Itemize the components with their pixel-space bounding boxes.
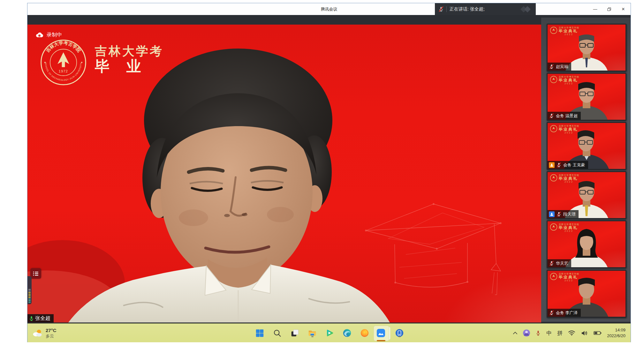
speaker-name: 张全超 bbox=[35, 315, 50, 322]
mini-seal-icon bbox=[550, 125, 557, 133]
running-indicator bbox=[398, 336, 401, 337]
weather-widget[interactable]: 27°C 多云 bbox=[32, 324, 57, 342]
file-explorer-button[interactable] bbox=[307, 328, 318, 338]
restore-button[interactable] bbox=[604, 4, 614, 14]
recording-label: 录制中 bbox=[47, 32, 62, 38]
participant-name: 段天璟 bbox=[563, 211, 576, 217]
watermark-year: 2022 bbox=[559, 279, 579, 282]
volume-icon[interactable] bbox=[581, 330, 588, 336]
muted-mic-icon bbox=[438, 6, 444, 12]
edge-browser-button[interactable] bbox=[342, 328, 352, 338]
tencent-video-button[interactable] bbox=[324, 328, 335, 338]
restore-icon bbox=[607, 7, 611, 11]
thumb-event-watermark: 吉林大学考古学院 毕业典礼 2022 bbox=[550, 273, 579, 282]
firefox-icon bbox=[360, 329, 369, 337]
ime-mode-indicator[interactable]: 拼 bbox=[557, 329, 563, 337]
window-title: 腾讯会议 bbox=[27, 3, 631, 15]
participant-thumb[interactable]: 吉林大学考古学院 毕业典礼 2022 会务 王克豪 bbox=[547, 122, 626, 170]
seal-year: 1972 bbox=[59, 69, 68, 73]
banner-line2: 毕 业 bbox=[95, 57, 148, 76]
watermark-line2: 毕业典礼 bbox=[559, 226, 579, 230]
watermark-line2: 毕业典礼 bbox=[559, 29, 579, 33]
task-view-button[interactable] bbox=[289, 328, 300, 338]
watermark-year: 2022 bbox=[559, 82, 579, 85]
muted-mic-icon bbox=[549, 64, 554, 69]
list-icon bbox=[33, 271, 39, 276]
minimize-button[interactable]: — bbox=[590, 4, 600, 14]
watermark-line2: 毕业典礼 bbox=[559, 177, 579, 181]
participant-name-tag: 会务 温景超 bbox=[548, 112, 581, 120]
participant-name: 赵宾福 bbox=[556, 64, 568, 70]
search-button[interactable] bbox=[272, 328, 283, 338]
watermark-line2: 毕业典礼 bbox=[559, 127, 579, 132]
tencent-video-icon bbox=[325, 329, 334, 337]
mobile-device-button[interactable] bbox=[394, 328, 405, 338]
watermark-year: 2022 bbox=[559, 33, 579, 36]
tray-expand-chevron[interactable] bbox=[513, 330, 518, 336]
ime-language-indicator[interactable]: 中 bbox=[546, 329, 552, 337]
participant-thumb[interactable]: 吉林大学考古学院 毕业典礼 2022 会务 温景超 bbox=[547, 73, 626, 121]
presenter-badge-icon bbox=[549, 162, 555, 168]
participant-name: 会务 李广泽 bbox=[556, 310, 578, 316]
thumb-event-watermark: 吉林大学考古学院 毕业典礼 2022 bbox=[550, 76, 579, 85]
mini-seal-icon bbox=[550, 76, 557, 83]
participants-sidebar: 吉林大学考古学院 毕业典礼 2022 赵宾福 bbox=[541, 18, 631, 322]
wifi-icon[interactable] bbox=[568, 330, 575, 336]
running-indicator bbox=[311, 336, 314, 337]
clock-date: 2022/6/20 bbox=[607, 333, 625, 339]
watermark-year: 2022 bbox=[559, 132, 579, 134]
meeting-content: 录制中 吉林大学考古学院 SCHOOL OF ARCHAEOLOGY JILIN… bbox=[27, 15, 631, 323]
battery-icon[interactable] bbox=[594, 331, 602, 335]
participant-name-tag: 会务 李广泽 bbox=[548, 309, 581, 317]
participant-thumb[interactable]: 吉林大学考古学院 毕业典礼 2022 段天璟 bbox=[547, 171, 626, 219]
muted-mic-icon bbox=[549, 310, 554, 315]
title-bar: 腾讯会议 正在讲话: 张全超; — ✕ bbox=[27, 3, 631, 15]
muted-mic-icon bbox=[549, 261, 554, 266]
clock[interactable]: 14:09 2022/6/20 bbox=[607, 327, 625, 338]
seal-cn-text: 吉林大学考古学院 bbox=[45, 40, 82, 54]
participant-name-tag: 赵宾福 bbox=[548, 63, 571, 71]
audio-level-meter bbox=[27, 276, 32, 304]
search-icon bbox=[273, 329, 282, 337]
school-seal-logo: 吉林大学考古学院 SCHOOL OF ARCHAEOLOGY JILIN UNI… bbox=[40, 39, 87, 86]
participant-thumb[interactable]: 吉林大学考古学院 毕业典礼 2022 赵宾福 bbox=[547, 24, 626, 72]
participant-thumb[interactable]: 吉林大学考古学院 毕业典礼 2022 华天艺 bbox=[547, 220, 626, 268]
speaking-indicator: 正在讲话: 张全超; bbox=[435, 3, 536, 15]
meeting-list-button[interactable] bbox=[30, 268, 41, 279]
windows-taskbar: 27°C 多云 bbox=[27, 323, 631, 342]
participant-name: 会务 温景超 bbox=[556, 113, 578, 119]
tray-avatar-icon[interactable] bbox=[523, 329, 530, 337]
watermark-line2: 毕业典礼 bbox=[559, 275, 579, 279]
close-button[interactable]: ✕ bbox=[618, 4, 628, 14]
firefox-button[interactable] bbox=[359, 328, 370, 338]
watermark-line2: 毕业典礼 bbox=[559, 78, 579, 82]
tray-mic-icon[interactable] bbox=[535, 330, 541, 336]
graduation-cap-watermark bbox=[365, 203, 501, 295]
participant-name-tag: 段天璟 bbox=[548, 210, 579, 218]
cloud-recording-icon bbox=[35, 32, 44, 38]
thumb-event-watermark: 吉林大学考古学院 毕业典礼 2022 bbox=[550, 174, 579, 183]
participant-name-tag: 华天艺 bbox=[548, 259, 571, 267]
divider bbox=[446, 6, 447, 12]
active-app-indicator bbox=[377, 340, 385, 341]
participant-name: 华天艺 bbox=[556, 261, 568, 266]
weather-condition: 多云 bbox=[46, 334, 57, 339]
start-button[interactable] bbox=[254, 328, 265, 338]
speaking-label: 正在讲话: 张全超; bbox=[450, 6, 485, 12]
tencent-meeting-button[interactable] bbox=[375, 328, 386, 338]
host-badge-icon bbox=[549, 211, 555, 217]
main-video[interactable]: 录制中 吉林大学考古学院 SCHOOL OF ARCHAEOLOGY JILIN… bbox=[27, 25, 541, 322]
muted-mic-icon bbox=[556, 162, 562, 168]
mini-seal-icon bbox=[550, 273, 557, 280]
window-controls: — ✕ bbox=[590, 3, 628, 15]
participant-thumb[interactable]: 吉林大学考古学院 毕业典礼 2022 会务 李广泽 bbox=[547, 270, 626, 318]
watermark-year: 2022 bbox=[559, 181, 579, 183]
weather-temp: 27°C bbox=[46, 327, 57, 334]
tencent-meeting-icon bbox=[376, 328, 386, 338]
edge-icon bbox=[343, 329, 352, 337]
mini-seal-icon bbox=[550, 27, 557, 34]
clock-time: 14:09 bbox=[607, 327, 625, 333]
tencent-meeting-logo-icon bbox=[516, 5, 534, 13]
task-view-icon bbox=[291, 329, 299, 337]
muted-mic-icon bbox=[556, 211, 562, 217]
